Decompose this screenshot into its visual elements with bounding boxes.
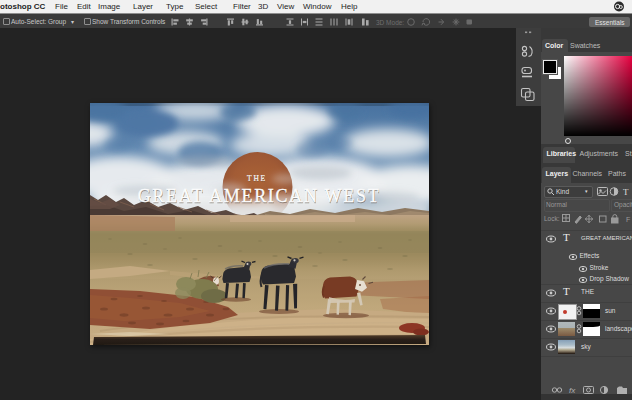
svg-text:THE: THE bbox=[247, 174, 267, 183]
svg-text:F: F bbox=[626, 216, 630, 223]
svg-text:T: T bbox=[623, 187, 629, 197]
svg-text:3D Mode:: 3D Mode: bbox=[376, 19, 404, 26]
svg-text:GREAT AMERICAN WEST: GREAT AMERICAN WEST bbox=[138, 186, 381, 206]
